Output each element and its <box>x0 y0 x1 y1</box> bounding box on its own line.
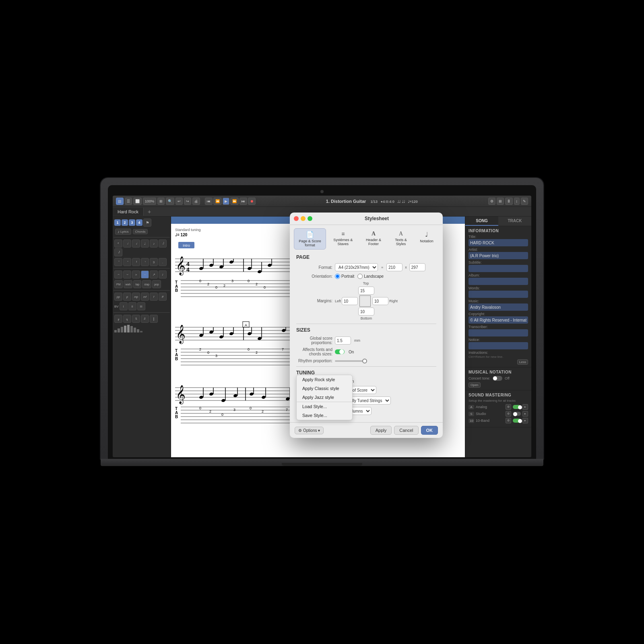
ext-5-btn[interactable]: ║ <box>150 315 158 323</box>
artist-input[interactable] <box>469 252 528 259</box>
edit-btn[interactable]: ✎ <box>521 198 528 205</box>
rest-3-btn[interactable]: 𝄽 <box>132 258 140 266</box>
slur-btn[interactable]: ⌣ <box>123 270 131 279</box>
margin-right-input[interactable] <box>372 297 388 305</box>
save-style-item[interactable]: Save Style... <box>297 411 352 420</box>
bv-1-btn[interactable]: I <box>120 302 128 310</box>
mastering-studio-toggle[interactable] <box>513 412 521 416</box>
load-style-item[interactable]: Load Style... <box>297 402 352 411</box>
note-3-btn[interactable]: ♩ <box>141 239 149 248</box>
dialog-tab-header[interactable]: A Header & Footer <box>360 228 387 250</box>
add-score-tab-btn[interactable]: + <box>145 208 153 215</box>
ext-1-btn[interactable]: ╔ <box>114 315 122 323</box>
score-tab-hard-rock[interactable]: Hard Rock <box>113 208 144 216</box>
minimize-light[interactable] <box>301 216 305 221</box>
landscape-label[interactable]: Landscape <box>357 274 384 279</box>
ext-4-btn[interactable]: ╝ <box>141 315 149 323</box>
landscape-radio[interactable] <box>357 274 363 279</box>
bv-3-btn[interactable]: III <box>137 302 145 310</box>
rest-1-btn[interactable]: 𝄻 <box>114 258 122 266</box>
mastering-10band-settings[interactable]: ⚙ <box>506 418 511 423</box>
flag-btn[interactable]: ⚑ <box>143 219 151 227</box>
margin-left-input[interactable] <box>342 297 358 305</box>
margin-bottom-input[interactable] <box>358 308 374 316</box>
notice-input[interactable] <box>469 342 528 349</box>
transcriber-input[interactable] <box>469 329 528 336</box>
mastering-analog-toggle[interactable] <box>513 405 521 409</box>
dialog-tab-systems[interactable]: ≡ Systèmes & Staves <box>328 228 358 250</box>
p-btn[interactable]: p <box>123 293 131 301</box>
undo-btn[interactable]: ↩ <box>175 198 183 205</box>
dialog-tab-page-score[interactable]: 📄 Page & Score format <box>294 228 326 250</box>
note-1-btn[interactable]: 𝅗𝅥 <box>123 239 131 248</box>
chords-btn[interactable]: Chords <box>133 229 148 234</box>
open-btn[interactable]: Open <box>469 382 481 388</box>
tap-btn[interactable]: tap <box>133 280 141 288</box>
rhythm-slider[interactable] <box>335 360 367 362</box>
mastering-analog-expand[interactable]: ▸ <box>522 404 528 410</box>
cancel-button[interactable]: Cancel <box>394 426 418 435</box>
note-4-btn[interactable]: ♪ <box>150 239 158 248</box>
view-list-btn[interactable]: ☰ <box>125 198 132 205</box>
bv-2-btn[interactable]: II <box>128 302 136 310</box>
apply-rock-style-item[interactable]: Apply Rock style <box>297 375 352 384</box>
title-input[interactable] <box>469 239 528 246</box>
f-btn[interactable]: f <box>150 293 158 301</box>
close-light[interactable] <box>294 216 299 221</box>
mastering-analog-settings[interactable]: ⚙ <box>506 404 511 410</box>
view-sheet-btn[interactable]: ⬜ <box>133 198 142 205</box>
apply-button[interactable]: Apply <box>370 426 392 435</box>
ext-2-btn[interactable]: ╗ <box>123 315 131 323</box>
album-input[interactable] <box>469 278 528 285</box>
concert-tone-toggle[interactable] <box>493 376 502 381</box>
mf-btn[interactable]: mf <box>141 293 149 301</box>
search-btn[interactable]: 🔍 <box>166 198 174 205</box>
go-to-start-btn[interactable]: ⏮ <box>205 198 213 205</box>
triplet-btn[interactable]: 3 <box>150 258 158 266</box>
prev-measure-btn[interactable]: ⏪ <box>213 198 222 205</box>
note-6-btn[interactable]: 𝅘𝅥𝅯 <box>114 248 122 256</box>
slide-btn[interactable]: / <box>159 270 167 279</box>
dotted-btn[interactable]: . <box>159 258 167 266</box>
rhythm-slider-thumb[interactable] <box>362 359 367 363</box>
next-measure-btn[interactable]: ⏩ <box>230 198 239 205</box>
settings-btn[interactable]: ⚙ <box>488 198 495 205</box>
mastering-studio-settings[interactable]: ⚙ <box>506 411 511 417</box>
rest-2-btn[interactable]: 𝄼 <box>123 258 131 266</box>
tab-song[interactable]: SONG <box>465 217 498 226</box>
ff-btn[interactable]: ff <box>159 293 167 301</box>
ok-button[interactable]: OK <box>421 426 438 435</box>
apply-jazz-style-item[interactable]: Apply Jazz style <box>297 393 352 402</box>
redo-btn[interactable]: ↪ <box>184 198 191 205</box>
lyrics-btn[interactable]: ♪ Lyrics <box>115 229 131 235</box>
record-btn[interactable]: ⏺ <box>248 198 256 205</box>
play-btn[interactable]: ▶ <box>223 198 229 205</box>
bend-btn[interactable]: ↗ <box>150 270 158 279</box>
maximize-light[interactable] <box>308 216 312 221</box>
rest-4-btn[interactable]: 𝄾 <box>141 258 149 266</box>
zoom-controls[interactable]: ⊞ <box>157 198 165 205</box>
view-notation-btn[interactable]: ▤ <box>116 198 124 205</box>
wah-btn[interactable]: wah <box>124 280 133 288</box>
width-input[interactable] <box>386 263 402 271</box>
ext-3-btn[interactable]: ╚ <box>132 315 140 323</box>
pp-btn[interactable]: pp <box>114 293 122 301</box>
pop-btn[interactable]: pop <box>152 280 161 288</box>
portrait-radio[interactable] <box>335 274 340 279</box>
pm-btn[interactable]: PM <box>114 280 123 288</box>
num-btn-2[interactable]: 2 <box>122 219 128 226</box>
dialog-tab-texts[interactable]: A Texts & Styles <box>389 228 413 250</box>
mastering-10band-expand[interactable]: ▸ <box>522 418 528 423</box>
num-btn-4[interactable]: 4 <box>136 219 142 226</box>
music-input[interactable] <box>469 303 528 311</box>
margin-top-input[interactable] <box>358 287 374 295</box>
subtitle-input[interactable] <box>469 265 528 272</box>
tab-track[interactable]: TRACK <box>498 217 531 226</box>
num-btn-3[interactable]: 3 <box>129 219 135 226</box>
global-score-input[interactable] <box>335 336 351 345</box>
apply-classic-style-item[interactable]: Apply Classic style <box>297 384 352 393</box>
portrait-label[interactable]: Portrait <box>335 274 354 279</box>
note-2-btn[interactable]: 𝅘𝅥 <box>132 239 140 248</box>
mastering-studio-expand[interactable]: ▸ <box>522 411 528 417</box>
words-input[interactable] <box>469 291 528 298</box>
